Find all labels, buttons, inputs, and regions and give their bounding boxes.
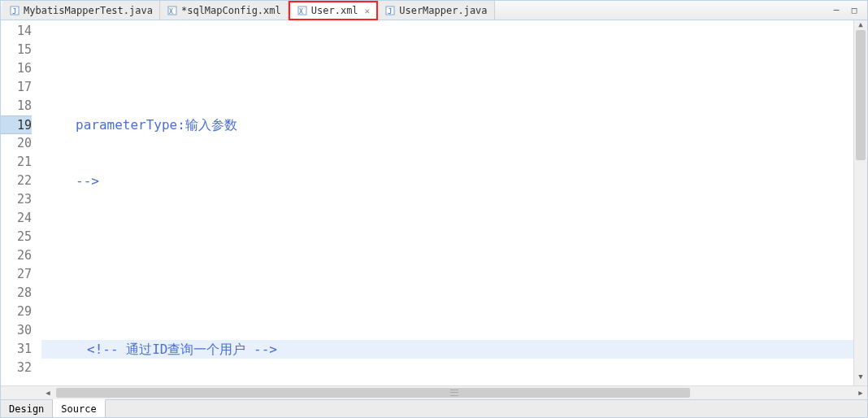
svg-text:J: J: [388, 7, 392, 15]
horizontal-scrollbar[interactable]: ◀ ▶: [41, 386, 867, 399]
tab-user-xml[interactable]: X User.xml ✕: [289, 1, 378, 20]
tab-usermapper[interactable]: J UserMapper.java: [378, 1, 494, 20]
horizontal-scrollbar-row: ◀ ▶: [1, 385, 867, 399]
scrollbar-grip-icon: [450, 389, 458, 397]
xml-file-icon: X: [297, 5, 308, 16]
tab-label: MybatisMapperTest.java: [24, 5, 153, 16]
editor-area: 14151617181920212223242526272829303132 p…: [1, 20, 867, 385]
scrollbar-thumb[interactable]: [56, 388, 690, 398]
design-tab[interactable]: Design: [1, 400, 53, 417]
line-number: 22: [1, 172, 32, 190]
line-number: 31: [1, 340, 32, 359]
java-file-icon: J: [384, 5, 396, 16]
code-content[interactable]: parameterType:输入参数 --> <!-- 通过ID查询一个用户 -…: [41, 20, 867, 385]
line-number: 19: [1, 115, 32, 134]
source-tab[interactable]: Source: [53, 399, 105, 417]
line-number: 20: [1, 134, 32, 153]
svg-text:X: X: [299, 8, 303, 15]
line-number: 26: [1, 246, 32, 265]
tab-sqlmapconfig[interactable]: X *sqlMapConfig.xml: [160, 1, 289, 20]
line-number: 24: [1, 209, 32, 228]
line-number: 14: [1, 22, 32, 41]
editor-mode-tabs: Design Source: [1, 399, 867, 417]
scroll-left-arrow[interactable]: ◀: [41, 386, 54, 399]
line-number: 27: [1, 265, 32, 284]
line-number-gutter: 14151617181920212223242526272829303132: [1, 20, 41, 385]
line-number: 32: [1, 359, 32, 377]
code-line[interactable]: -->: [41, 172, 867, 190]
ide-window: J MybatisMapperTest.java X *sqlMapConfig…: [0, 0, 868, 418]
line-number: 21: [1, 153, 32, 172]
line-number: 16: [1, 59, 32, 78]
scroll-down-arrow[interactable]: ▼: [854, 372, 867, 385]
xml-file-icon: X: [167, 5, 178, 16]
vertical-scrollbar[interactable]: ▲ ▼: [853, 20, 867, 385]
code-line[interactable]: [41, 228, 867, 246]
code-line[interactable]: parameterType:输入参数: [41, 115, 867, 134]
scroll-right-arrow[interactable]: ▶: [854, 386, 867, 399]
line-number: 18: [1, 97, 32, 115]
line-number: 17: [1, 78, 32, 97]
scrollbar-thumb[interactable]: [856, 30, 866, 160]
svg-text:X: X: [169, 8, 173, 15]
svg-text:J: J: [12, 7, 16, 15]
code-line-current[interactable]: <!-- 通过ID查询一个用户 -->: [41, 340, 867, 359]
code-line[interactable]: [41, 59, 867, 78]
window-controls: ─ □: [830, 1, 867, 20]
code-line[interactable]: [41, 284, 867, 303]
maximize-button[interactable]: □: [848, 5, 861, 16]
line-number: 29: [1, 303, 32, 321]
editor-tab-bar: J MybatisMapperTest.java X *sqlMapConfig…: [1, 1, 867, 20]
tab-mybatis-mapper-test[interactable]: J MybatisMapperTest.java: [2, 1, 160, 20]
line-number: 30: [1, 321, 32, 340]
tab-label: UserMapper.java: [399, 5, 487, 16]
line-number: 25: [1, 228, 32, 246]
line-number: 28: [1, 284, 32, 303]
minimize-button[interactable]: ─: [830, 5, 843, 16]
line-number: 15: [1, 41, 32, 59]
close-tab-icon[interactable]: ✕: [365, 6, 371, 16]
tab-label: *sqlMapConfig.xml: [181, 5, 281, 16]
java-file-icon: J: [9, 5, 20, 16]
line-number: 23: [1, 190, 32, 209]
tab-label: User.xml: [311, 5, 358, 16]
